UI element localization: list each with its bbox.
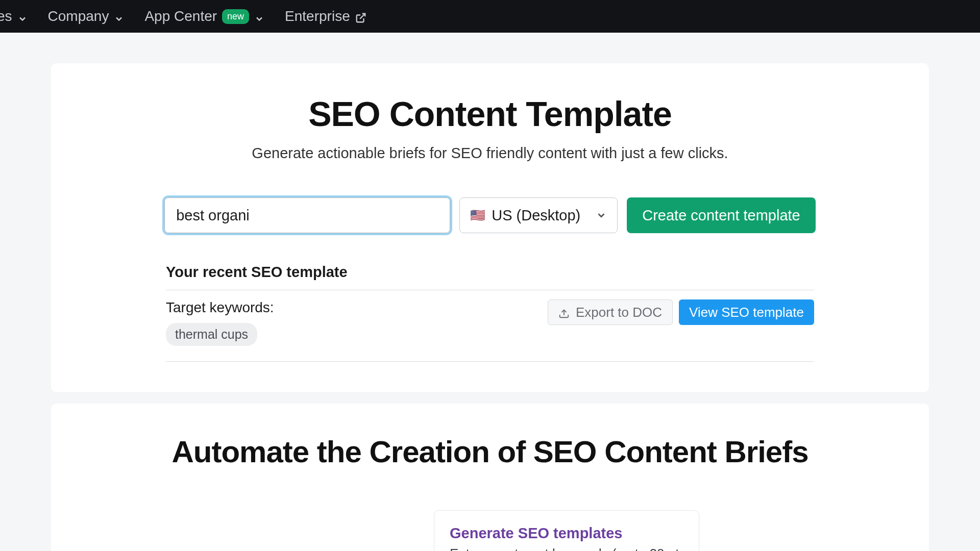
recent-left: Target keywords: thermal cups <box>166 299 274 346</box>
chevron-down-icon <box>254 11 264 21</box>
page-subtitle: Generate actionable briefs for SEO frien… <box>252 145 728 162</box>
page-title: SEO Content Template <box>308 94 672 134</box>
keyword-chip: thermal cups <box>166 323 257 346</box>
nav-item-app-center-label: App Center <box>144 8 217 24</box>
nav-item-company-label: Company <box>48 8 109 24</box>
automate-title: Automate the Creation of SEO Content Bri… <box>172 434 808 469</box>
page-body: SEO Content Template Generate actionable… <box>0 33 980 551</box>
new-badge: new <box>222 9 249 24</box>
recent-section: Your recent SEO template Target keywords… <box>166 264 814 362</box>
chevron-down-icon <box>17 11 28 21</box>
locale-select-left: 🇺🇸 US (Desktop) <box>470 207 580 224</box>
main-card: SEO Content Template Generate actionable… <box>51 63 929 392</box>
top-nav: es Company App Center new Enterprise <box>0 0 980 33</box>
generate-subcard-title: Generate SEO templates <box>450 525 683 542</box>
nav-item-enterprise-label: Enterprise <box>285 8 350 24</box>
chevron-down-icon <box>114 11 124 21</box>
nav-item-app-center[interactable]: App Center new <box>144 8 264 24</box>
locale-select[interactable]: 🇺🇸 US (Desktop) <box>459 197 618 233</box>
view-template-button[interactable]: View SEO template <box>679 299 814 325</box>
nav-item-enterprise[interactable]: Enterprise <box>285 8 366 24</box>
recent-heading: Your recent SEO template <box>166 264 814 290</box>
external-link-icon <box>355 11 366 22</box>
recent-actions: Export to DOC View SEO template <box>548 299 814 325</box>
recent-row: Target keywords: thermal cups Export to … <box>166 290 814 362</box>
create-template-button[interactable]: Create content template <box>627 197 816 233</box>
nav-item-partial-label: es <box>0 8 12 24</box>
form-row: 🇺🇸 US (Desktop) Create content template <box>164 197 816 233</box>
upload-icon <box>558 307 570 318</box>
generate-subcard: Generate SEO templates Enter your target… <box>434 510 699 551</box>
nav-item-company[interactable]: Company <box>48 8 125 24</box>
export-doc-button[interactable]: Export to DOC <box>548 299 673 325</box>
automate-card: Automate the Creation of SEO Content Bri… <box>51 404 929 551</box>
chevron-down-icon <box>596 210 607 221</box>
locale-label: US (Desktop) <box>492 207 580 224</box>
flag-icon: 🇺🇸 <box>470 208 485 222</box>
export-doc-label: Export to DOC <box>576 305 662 320</box>
keyword-input[interactable] <box>164 197 450 233</box>
target-keywords-label: Target keywords: <box>166 299 274 316</box>
svg-line-0 <box>360 14 365 19</box>
nav-item-partial[interactable]: es <box>0 8 28 24</box>
generate-subcard-body: Enter your target keywords (up to 30 at <box>450 546 683 551</box>
